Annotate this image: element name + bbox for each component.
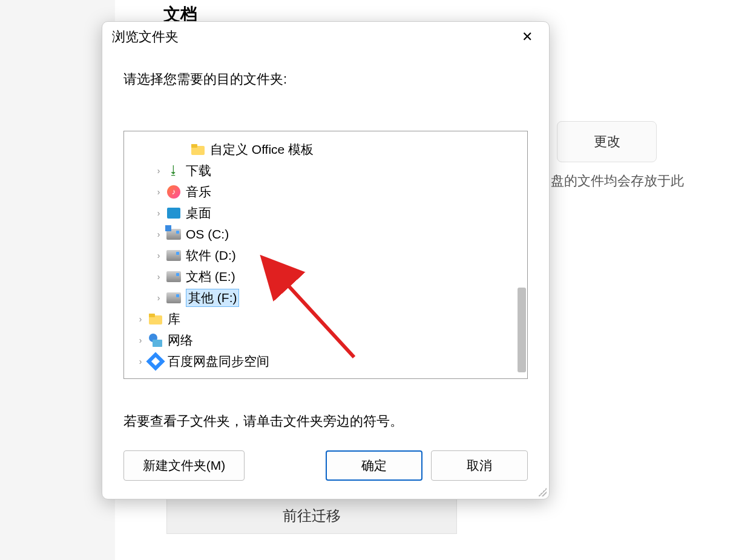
- expand-icon[interactable]: ›: [153, 271, 164, 282]
- folder-icon: [191, 142, 205, 157]
- close-icon: ✕: [522, 30, 533, 44]
- tree-item-label: 软件 (D:): [186, 247, 236, 264]
- tree-scrollbar[interactable]: [518, 288, 526, 372]
- folder-tree[interactable]: 自定义 Office 模板›⭳下载›♪音乐›桌面›OS (C:)›软件 (D:)…: [124, 131, 527, 379]
- tree-item[interactable]: ›♪音乐: [129, 181, 522, 202]
- change-button-label: 更改: [594, 133, 620, 151]
- expand-icon[interactable]: ›: [153, 229, 164, 240]
- change-button[interactable]: 更改: [557, 121, 657, 162]
- ok-button[interactable]: 确定: [326, 450, 422, 481]
- path-description: 盘的文件均会存放于此: [551, 172, 684, 190]
- desktop-icon: [166, 206, 181, 220]
- tree-item-label: 文档 (E:): [186, 268, 235, 285]
- tree-item-label: 库: [168, 311, 180, 328]
- expand-icon[interactable]: ›: [135, 356, 146, 367]
- expand-icon[interactable]: ›: [153, 292, 164, 303]
- tree-item[interactable]: ›网络: [129, 329, 522, 351]
- tree-item[interactable]: ›其他 (F:): [129, 287, 522, 308]
- folder-icon: [148, 312, 163, 326]
- tree-item-label: 音乐: [186, 183, 211, 200]
- tree-item[interactable]: ›库: [129, 308, 522, 329]
- music-icon: ♪: [166, 185, 181, 199]
- folder-tree-container: 自定义 Office 模板›⭳下载›♪音乐›桌面›OS (C:)›软件 (D:)…: [123, 131, 528, 379]
- tree-item-label: OS (C:): [186, 227, 229, 242]
- new-folder-button[interactable]: 新建文件夹(M): [123, 450, 245, 481]
- migrate-button-label: 前往迁移: [283, 506, 341, 525]
- dialog-title: 浏览文件夹: [112, 28, 515, 46]
- tree-item-label: 网络: [168, 332, 193, 349]
- tree-item[interactable]: ›⭳下载: [129, 160, 522, 181]
- drive-icon: [166, 248, 181, 263]
- expand-icon[interactable]: ›: [135, 314, 146, 324]
- resize-grip-icon[interactable]: [538, 488, 547, 496]
- tree-item[interactable]: ›软件 (D:): [129, 245, 522, 266]
- tree-item-label: 百度网盘同步空间: [168, 353, 269, 370]
- svg-rect-2: [191, 144, 197, 148]
- expand-icon[interactable]: ›: [135, 335, 146, 346]
- expand-icon[interactable]: ›: [153, 186, 164, 197]
- network-icon: [148, 333, 163, 348]
- drive-icon: [166, 291, 181, 305]
- dialog-button-row: 新建文件夹(M) 确定 取消: [102, 450, 549, 499]
- dialog-prompt: 请选择您需要的目的文件夹:: [123, 70, 528, 88]
- tree-item[interactable]: 自定义 Office 模板: [129, 139, 522, 160]
- migrate-button[interactable]: 前往迁移: [166, 498, 457, 534]
- tree-item-label: 下载: [186, 162, 211, 179]
- drive-icon: [166, 269, 181, 284]
- new-folder-label: 新建文件夹(M): [143, 457, 225, 474]
- cancel-button[interactable]: 取消: [431, 450, 528, 481]
- download-icon: ⭳: [166, 163, 181, 178]
- tree-item-label: 其他 (F:): [186, 289, 239, 307]
- tree-item-label: 自定义 Office 模板: [210, 141, 314, 158]
- baidu-sync-icon: [148, 354, 163, 369]
- cancel-label: 取消: [467, 457, 492, 474]
- drive-icon: [166, 227, 181, 242]
- dialog-hint: 若要查看子文件夹，请单击文件夹旁边的符号。: [123, 412, 528, 430]
- tree-item-label: 桌面: [186, 205, 211, 222]
- tree-item[interactable]: ›桌面: [129, 202, 522, 223]
- tree-item[interactable]: ›OS (C:): [129, 223, 522, 245]
- svg-rect-5: [149, 314, 155, 317]
- expand-icon[interactable]: ›: [153, 208, 164, 219]
- expand-icon[interactable]: ›: [153, 250, 164, 261]
- dialog-titlebar[interactable]: 浏览文件夹 ✕: [102, 22, 549, 52]
- close-button[interactable]: ✕: [515, 25, 539, 49]
- tree-item[interactable]: ›文档 (E:): [129, 266, 522, 287]
- expand-icon[interactable]: ›: [153, 165, 164, 176]
- sidebar-placeholder: [0, 0, 115, 239]
- browse-folder-dialog: 浏览文件夹 ✕ 请选择您需要的目的文件夹: 自定义 Office 模板›⭳下载›…: [102, 21, 550, 499]
- dialog-body: 请选择您需要的目的文件夹: 自定义 Office 模板›⭳下载›♪音乐›桌面›O…: [102, 52, 549, 450]
- tree-item[interactable]: ›百度网盘同步空间: [129, 351, 522, 372]
- ok-label: 确定: [361, 457, 387, 474]
